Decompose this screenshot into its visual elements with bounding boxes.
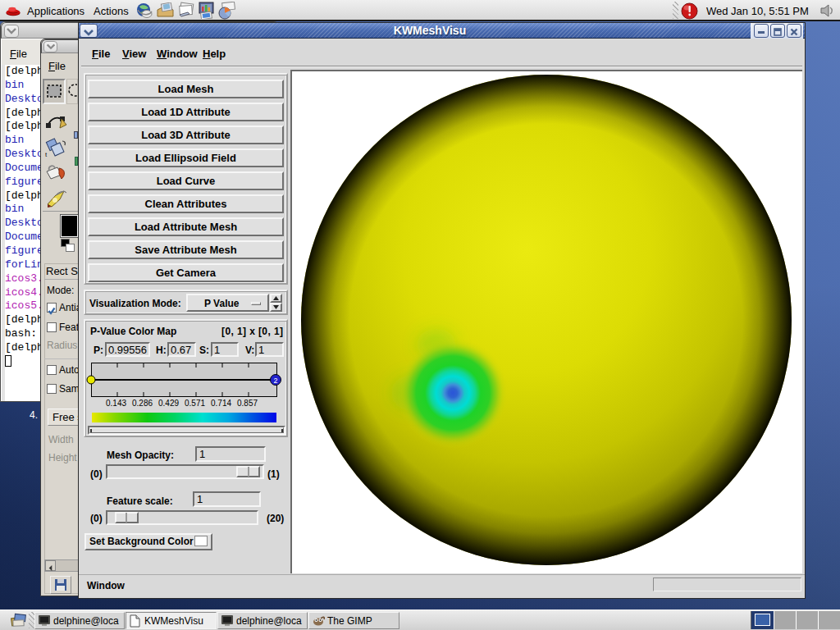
svg-text:t: t: [45, 151, 48, 158]
svg-text:2: 2: [274, 377, 278, 385]
